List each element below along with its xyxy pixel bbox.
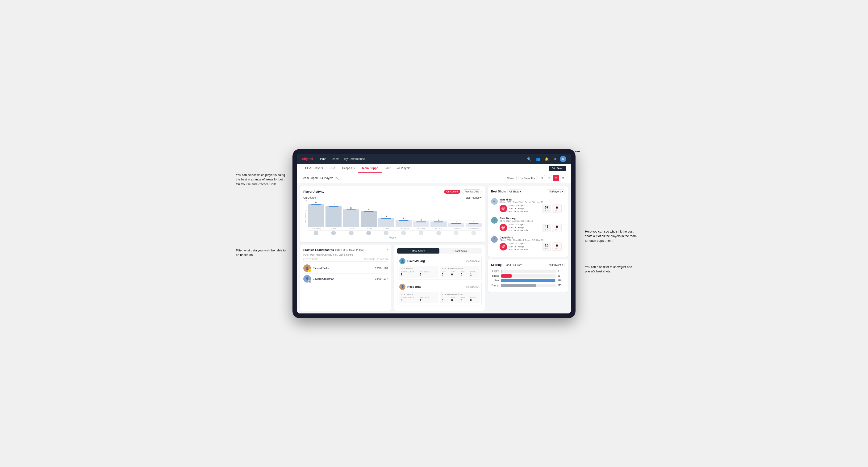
bell-icon[interactable]: 🔔 xyxy=(544,156,550,162)
sub-nav-all-players[interactable]: All Players xyxy=(394,164,414,173)
most-active-card: Most Active Least Active 👤 Blair McHarg … xyxy=(394,245,485,311)
timescale-dropdown[interactable]: Last 3 months xyxy=(516,176,537,180)
bar-highlight-7 xyxy=(434,221,443,222)
sub-nav-tour[interactable]: Tour xyxy=(382,164,394,173)
birdies-track xyxy=(501,274,556,278)
player-avatar-crossman: 👤 2 xyxy=(303,275,311,283)
leaderboard-row: 👤 1 Richard Butler 19/20 110 xyxy=(303,263,388,274)
shot-player-name-3: David Ford xyxy=(500,236,562,239)
best-shots-title: Best Shots xyxy=(491,190,506,193)
bar-group-8: 2 xyxy=(448,220,464,227)
nav-items: Home Teams My Performance xyxy=(319,156,521,161)
pars-fill xyxy=(501,279,555,282)
x-label-1: R. Britt xyxy=(326,228,342,230)
nav-icons: 🔍 👥 🔔 ⊕ U xyxy=(526,156,566,162)
x-label-4: E. Ebert xyxy=(378,228,394,230)
on-course-toggle[interactable]: On Course xyxy=(444,190,460,194)
card-view-btn[interactable]: ♥ xyxy=(553,175,559,181)
grid-view-btn[interactable]: ⊞ xyxy=(539,175,545,181)
player-name-butler: Richard Butler xyxy=(313,267,373,270)
search-icon[interactable]: 🔍 xyxy=(526,156,532,162)
scoring-players-dropdown[interactable]: All Players ▾ xyxy=(547,263,565,267)
chevron-right-2[interactable]: › xyxy=(563,223,565,226)
bar-9 xyxy=(466,223,482,227)
par-filter-dropdown[interactable]: Par 3, 4 & 5s ▾ xyxy=(503,263,524,267)
annotation-left-2: Filter what data you wish the table to b… xyxy=(236,248,288,257)
bar-6 xyxy=(413,221,429,227)
score-crossman: 18/20 xyxy=(375,277,382,280)
shot-player-info-1: Matt Miller 09 Jun 2023 · Royal North De… xyxy=(500,198,562,213)
shot-badge-3: 198 SG xyxy=(500,243,507,250)
col-pb-avg: PB AVG SQ xyxy=(376,258,388,260)
sub-nav-hcaps[interactable]: Hcaps 1-5 xyxy=(339,164,358,173)
bogeys-fill xyxy=(501,284,536,287)
edit-icon[interactable]: ✏️ xyxy=(335,177,339,180)
table-view-btn[interactable]: ⊟ xyxy=(546,175,552,181)
all-players-dropdown[interactable]: All Players ▾ xyxy=(547,189,565,194)
x-label-3: J. Coles xyxy=(361,228,377,230)
bar-highlight-0 xyxy=(311,204,321,205)
bottom-row: Practice Leaderboards PUTT Must Make Put… xyxy=(300,245,485,311)
tab-least-active[interactable]: Least Active xyxy=(439,248,482,253)
bar-group-2: 10 xyxy=(343,207,359,227)
active-player-card-2: 👤 Rees Britt 02 Sep 2023 Total Rounds xyxy=(397,282,482,305)
user-avatar[interactable]: U xyxy=(560,156,566,162)
bar-8 xyxy=(448,223,464,227)
best-shots-header: Best Shots All Shots ▾ All Players ▾ xyxy=(491,189,565,194)
y-axis-label: Total Rounds xyxy=(304,213,306,224)
rank-badge-2: 2 xyxy=(308,280,311,283)
avatar-matt-miller: M xyxy=(491,198,498,205)
stats-grid-1: Total Rounds Tournament 7 Practice xyxy=(399,266,479,278)
sub-nav-team-clippd[interactable]: Team Clippd xyxy=(358,164,382,173)
tablet-screen: clippd Home Teams My Performance 🔍 👥 🔔 ⊕… xyxy=(297,154,571,313)
shot-entry-3: D David Ford 24 Aug 2023 · Royal North D… xyxy=(491,234,565,253)
x-label-2: D. Ford xyxy=(343,228,359,230)
mini-avatar-2 xyxy=(349,231,353,236)
col-pb-score: PB SCORE xyxy=(364,258,375,260)
pars-track xyxy=(501,279,556,282)
shot-badge-1: 200 SG xyxy=(500,205,507,212)
tab-most-active[interactable]: Most Active xyxy=(397,248,439,253)
player-avatar-butler: 👤 1 xyxy=(303,264,311,272)
list-view-btn[interactable]: ≡ xyxy=(560,175,566,181)
page-wrapper: Choose the timescale you wish to see the… xyxy=(292,149,576,318)
chevron-right-3[interactable]: › xyxy=(563,242,565,246)
player-date-rees: 02 Sep 2023 xyxy=(466,285,479,288)
player-activity-card: Player Activity On Course Practice Drill… xyxy=(300,186,485,242)
sub-nav-pgat[interactable]: PGAT Players xyxy=(302,164,326,173)
on-course-label: On Course Total Rounds ▾ xyxy=(303,196,482,199)
all-shots-dropdown[interactable]: All Shots ▾ xyxy=(507,189,523,194)
mini-avatar-3 xyxy=(366,231,371,236)
top-nav: clippd Home Teams My Performance 🔍 👥 🔔 ⊕… xyxy=(297,154,571,164)
active-tab-header: Most Active Least Active xyxy=(397,248,482,253)
score-butler: 19/20 xyxy=(375,267,382,270)
bar-group-9: 2 xyxy=(466,220,482,227)
team-header-bar: Team Clippd | 14 Players ✏️ Show: Last 3… xyxy=(297,173,571,183)
add-team-button[interactable]: Add Team xyxy=(549,166,566,171)
main-content: Player Activity On Course Practice Drill… xyxy=(297,183,571,313)
add-icon[interactable]: ⊕ xyxy=(552,156,557,162)
leaderboard-card: Practice Leaderboards PUTT Must Make Put… xyxy=(300,245,391,311)
sub-nav-pga[interactable]: PGA xyxy=(326,164,339,173)
bogeys-track xyxy=(501,284,556,287)
x-label-6: R. Butler xyxy=(413,228,429,230)
bar-group-3: 9 xyxy=(361,208,377,227)
avatar-rees: 👤 xyxy=(399,284,405,290)
x-axis-label: Players xyxy=(303,236,482,239)
total-rounds-dropdown[interactable]: Total Rounds ▾ xyxy=(464,196,482,199)
practice-drills-toggle[interactable]: Practice Drills xyxy=(462,189,482,194)
sub-nav: PGAT Players PGA Hcaps 1-5 Team Clippd T… xyxy=(297,164,571,173)
nav-item-performance[interactable]: My Performance xyxy=(344,156,365,161)
drill-dropdown-arrow[interactable]: ▾ xyxy=(386,249,388,251)
bar-4 xyxy=(378,218,394,227)
x-label-7: M. Miller xyxy=(431,228,446,230)
shot-player-name-1: Matt Miller xyxy=(500,198,562,201)
nav-item-home[interactable]: Home xyxy=(319,156,326,161)
score-bar-bogeys: Bogeys 315 xyxy=(491,284,565,287)
chevron-right-1[interactable]: › xyxy=(563,204,565,207)
chart-x-labels: B. McHargR. BrittD. FordJ. ColesE. Ebert… xyxy=(308,228,482,230)
users-icon[interactable]: 👥 xyxy=(535,156,541,162)
x-label-8: E. Crossman xyxy=(448,228,464,230)
nav-item-teams[interactable]: Teams xyxy=(331,156,339,161)
left-col: Player Activity On Course Practice Drill… xyxy=(300,186,485,311)
